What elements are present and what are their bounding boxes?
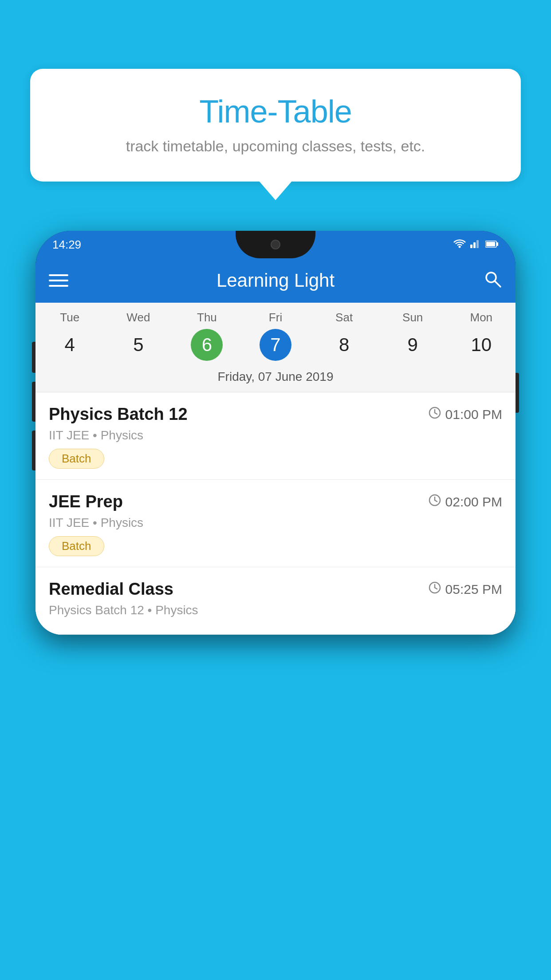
calendar-day-wed[interactable]: Wed 5 xyxy=(104,311,173,361)
status-bar: 14:29 xyxy=(35,231,516,258)
battery-icon xyxy=(485,238,499,251)
volume-down-button[interactable] xyxy=(32,382,35,422)
status-time: 14:29 xyxy=(52,238,81,252)
schedule-title-remedial: Remedial Class xyxy=(49,580,173,599)
svg-line-17 xyxy=(435,588,437,589)
signal-icon xyxy=(470,238,481,251)
app-title: Time-Table xyxy=(52,93,499,130)
phone-screen: 14:29 xyxy=(35,231,516,635)
svg-rect-3 xyxy=(476,240,479,248)
schedule-item-remedial[interactable]: Remedial Class 05:25 PM xyxy=(35,567,516,635)
svg-line-8 xyxy=(495,281,500,287)
svg-rect-1 xyxy=(470,245,472,248)
status-icons xyxy=(453,238,499,251)
wifi-icon xyxy=(453,238,466,251)
app-bar-title: Learning Light xyxy=(75,270,476,291)
calendar-day-sat[interactable]: Sat 8 xyxy=(310,311,378,361)
selected-date-label: Friday, 07 June 2019 xyxy=(35,364,516,392)
menu-line xyxy=(49,285,68,287)
svg-rect-5 xyxy=(496,242,498,246)
menu-line xyxy=(49,280,68,281)
svg-line-14 xyxy=(435,500,437,502)
calendar-day-thu[interactable]: Thu 6 xyxy=(173,311,241,361)
schedule-item-physics-batch[interactable]: Physics Batch 12 01:00 PM xyxy=(35,392,516,480)
svg-line-11 xyxy=(435,413,437,414)
schedule-title-jee-prep: JEE Prep xyxy=(49,492,123,511)
clock-icon-3 xyxy=(429,581,441,597)
app-subtitle: track timetable, upcoming classes, tests… xyxy=(52,138,499,155)
clock-icon-2 xyxy=(429,494,441,510)
calendar-day-tue[interactable]: Tue 4 xyxy=(35,311,104,361)
silent-button[interactable] xyxy=(32,431,35,470)
volume-up-button[interactable] xyxy=(32,342,35,373)
calendar-day-sun[interactable]: Sun 9 xyxy=(378,311,447,361)
power-button[interactable] xyxy=(516,373,519,413)
calendar-days-row: Tue 4 Wed 5 Thu 6 Fri 7 xyxy=(35,303,516,364)
schedule-item-header-jee: JEE Prep 02:00 PM xyxy=(49,492,502,511)
search-icon[interactable] xyxy=(476,269,502,292)
schedule-item-header-remedial: Remedial Class 05:25 PM xyxy=(49,580,502,599)
schedule-time-remedial: 05:25 PM xyxy=(429,581,502,597)
schedule-container: Physics Batch 12 01:00 PM xyxy=(35,392,516,635)
batch-tag-1: Batch xyxy=(49,449,104,469)
phone-mockup: 14:29 xyxy=(35,231,516,980)
schedule-subtitle-jee-prep: IIT JEE • Physics xyxy=(49,516,502,530)
schedule-time-physics-batch: 01:00 PM xyxy=(429,407,502,422)
camera xyxy=(271,240,280,249)
schedule-time-jee-prep: 02:00 PM xyxy=(429,494,502,510)
svg-point-0 xyxy=(459,246,461,248)
calendar-section: Tue 4 Wed 5 Thu 6 Fri 7 xyxy=(35,303,516,392)
schedule-subtitle-physics-batch: IIT JEE • Physics xyxy=(49,428,502,443)
menu-line xyxy=(49,274,68,276)
calendar-day-fri[interactable]: Fri 7 xyxy=(241,311,310,361)
svg-rect-2 xyxy=(473,242,476,248)
menu-icon[interactable] xyxy=(49,274,75,287)
speech-bubble: Time-Table track timetable, upcoming cla… xyxy=(30,69,521,182)
clock-icon xyxy=(429,407,441,422)
schedule-item-header: Physics Batch 12 01:00 PM xyxy=(49,405,502,424)
batch-tag-2: Batch xyxy=(49,536,104,556)
calendar-day-mon[interactable]: Mon 10 xyxy=(447,311,516,361)
phone-frame: 14:29 xyxy=(35,231,516,635)
app-bar: Learning Light xyxy=(35,258,516,303)
schedule-item-jee-prep[interactable]: JEE Prep 02:00 PM xyxy=(35,480,516,567)
schedule-title-physics-batch: Physics Batch 12 xyxy=(49,405,188,424)
svg-point-7 xyxy=(486,273,496,282)
svg-rect-6 xyxy=(486,242,495,246)
notch xyxy=(236,231,315,258)
schedule-subtitle-remedial: Physics Batch 12 • Physics xyxy=(49,603,502,617)
